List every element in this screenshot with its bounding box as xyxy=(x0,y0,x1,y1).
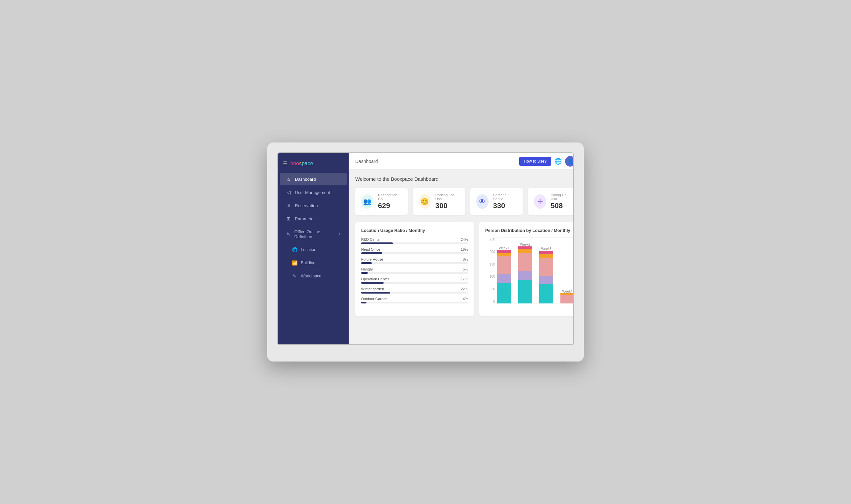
laptop-screen: ☰ boospace ⌂ Dashboard ◁ User Management… xyxy=(277,152,574,345)
logo: boospace xyxy=(290,161,313,166)
stat-card-reservation: 👥 Reservation Co... 629 xyxy=(355,188,408,215)
laptop-wrapper: ☰ boospace ⌂ Dashboard ◁ User Management… xyxy=(267,143,584,361)
bar-item: Future House 8% xyxy=(361,257,468,264)
stacked-group: Week4 xyxy=(560,288,574,304)
bar-fill xyxy=(361,252,382,254)
sidebar-item-label: Location xyxy=(301,247,316,252)
sidebar-item-location[interactable]: 🌐 Location xyxy=(280,244,347,256)
bar-label-row: Winter garden 22% xyxy=(361,287,468,291)
stacked-segment xyxy=(497,250,511,253)
sidebar-item-dashboard[interactable]: ⌂ Dashboard xyxy=(280,173,347,185)
sidebar: ☰ boospace ⌂ Dashboard ◁ User Management… xyxy=(278,153,349,344)
sidebar-item-workspace[interactable]: ✎ Workspace xyxy=(280,270,347,282)
stat-card-parking: 😊 Parking Lot Usa... 300 xyxy=(413,188,466,215)
bar-label-row: Future House 8% xyxy=(361,257,468,261)
bar-pct: 4% xyxy=(463,297,468,301)
stacked-group: Week1 xyxy=(497,245,511,304)
hamburger-icon[interactable]: ☰ xyxy=(283,160,288,166)
bar-item: Head Office 16% xyxy=(361,247,468,254)
sidebar-item-reservation[interactable]: ≡ Reservation xyxy=(280,199,347,212)
bar-pct: 16% xyxy=(461,247,468,251)
bar-fill xyxy=(361,272,368,274)
stacked-segment xyxy=(518,280,532,304)
bar-track xyxy=(361,272,468,274)
week-label: Week1 xyxy=(499,246,509,250)
location-usage-chart: Location Usage Ratio / Monthly R&D Cente… xyxy=(355,222,474,316)
stat-info: Parking Lot Usa... 300 xyxy=(435,193,459,210)
dining-stat-icon: ✛ xyxy=(534,194,546,209)
reservation-stat-icon: 👥 xyxy=(361,194,374,209)
person-chart-title: Person Distribution by Location / Monthl… xyxy=(485,228,574,233)
location-icon: 🌐 xyxy=(292,247,297,252)
stacked-chart-area: 050100150200250 Week1Week2Week3Week4 xyxy=(485,237,574,310)
globe-icon[interactable]: 🌐 xyxy=(555,158,562,165)
stat-label: Personel Servic... xyxy=(493,193,517,201)
week-label: Week2 xyxy=(520,243,530,246)
stacked-segment xyxy=(539,284,553,304)
sidebar-item-building[interactable]: 📶 Building xyxy=(280,257,347,269)
stacked-group: Week2 xyxy=(518,241,532,304)
stacked-segment xyxy=(539,254,553,258)
bar-chart-container: R&D Center 24% Head Office 16% Future Ho… xyxy=(361,237,468,304)
bar-fill xyxy=(361,242,393,244)
bar-track xyxy=(361,252,468,254)
personel-stat-icon: 👁 xyxy=(476,194,489,209)
bar-label: Hangar xyxy=(361,267,373,271)
bar-label-row: Outdoor Garden 4% xyxy=(361,297,468,301)
parameter-icon: ⊞ xyxy=(286,216,292,221)
bar-label-row: Operation Center 17% xyxy=(361,277,468,281)
stacked-segment xyxy=(518,271,532,280)
logo-s: s xyxy=(299,161,302,166)
stacked-segment xyxy=(539,276,553,284)
sidebar-item-user-management[interactable]: ◁ User Management xyxy=(280,186,347,199)
stat-label: Dining Hall Usa... xyxy=(551,193,574,201)
sidebar-item-label: User Management xyxy=(295,190,330,195)
bar-track xyxy=(361,242,468,244)
user-menu[interactable]: 👤 ▾ xyxy=(565,156,574,166)
logo-boo: boo xyxy=(290,161,299,166)
stacked-segment xyxy=(539,258,553,276)
stat-label: Reservation Co... xyxy=(378,193,401,201)
stat-info: Reservation Co... 629 xyxy=(378,193,401,210)
parking-stat-icon: 😊 xyxy=(419,194,431,209)
week-label: Week4 xyxy=(562,290,573,293)
bar-item: Operation Center 17% xyxy=(361,277,468,284)
bar-label: Winter garden xyxy=(361,287,384,291)
stacked-segment xyxy=(497,283,511,304)
dashboard-icon: ⌂ xyxy=(286,177,292,182)
bar-pct: 17% xyxy=(461,277,468,281)
stat-value: 330 xyxy=(493,201,517,210)
bar-label: Future House xyxy=(361,257,383,261)
bar-pct: 24% xyxy=(461,237,468,241)
avatar[interactable]: 👤 xyxy=(565,156,574,166)
sidebar-item-parameter[interactable]: ⊞ Parameter xyxy=(280,212,347,225)
bar-fill xyxy=(361,292,390,293)
bar-label: R&D Center xyxy=(361,237,381,241)
bar-pct: 8% xyxy=(463,257,468,261)
stat-label: Parking Lot Usa... xyxy=(435,193,459,201)
sidebar-item-label: Office Outline Definition xyxy=(294,229,335,239)
bar-label: Operation Center xyxy=(361,277,389,281)
app-container: ☰ boospace ⌂ Dashboard ◁ User Management… xyxy=(278,153,573,344)
stacked-segment xyxy=(539,251,553,254)
bar-item: Winter garden 22% xyxy=(361,287,468,293)
stacked-group: Week3 xyxy=(539,246,553,304)
sidebar-item-label: Reservation xyxy=(295,203,318,208)
sidebar-item-label: Parameter xyxy=(295,216,315,221)
building-icon: 📶 xyxy=(292,260,297,266)
how-to-button[interactable]: How to Use? xyxy=(519,157,551,166)
stat-value: 629 xyxy=(378,201,401,210)
stacked-segment xyxy=(497,253,511,256)
bar-label-row: R&D Center 24% xyxy=(361,237,468,241)
stacked-segment xyxy=(497,256,511,274)
bar-item: Outdoor Garden 4% xyxy=(361,297,468,304)
user-management-icon: ◁ xyxy=(286,190,292,195)
bar-track xyxy=(361,302,468,304)
bar-pct: 22% xyxy=(461,287,468,291)
bar-pct: 5% xyxy=(463,267,468,271)
stacked-segment xyxy=(518,253,532,271)
reservation-icon: ≡ xyxy=(286,203,292,208)
bar-item: R&D Center 24% xyxy=(361,237,468,244)
sidebar-item-office-outline[interactable]: ✎ Office Outline Definition ∧ xyxy=(280,226,347,243)
bar-fill xyxy=(361,282,384,284)
